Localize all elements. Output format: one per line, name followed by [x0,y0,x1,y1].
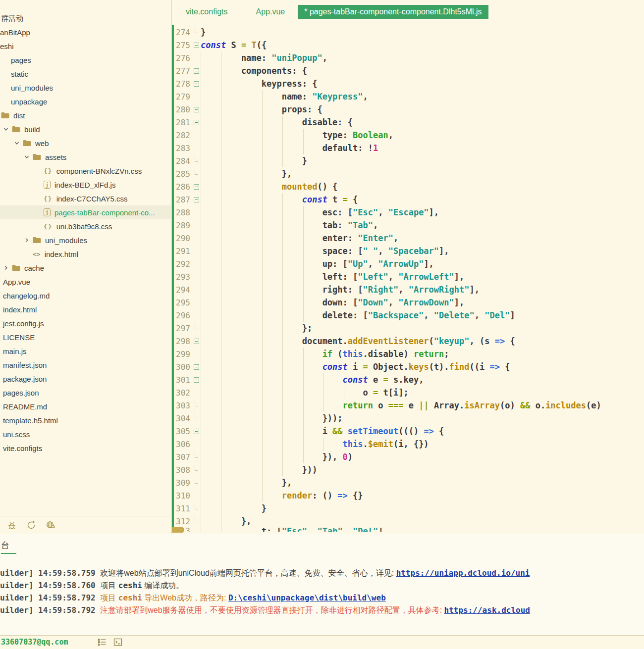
tree-item[interactable]: assets [0,150,171,164]
tree-item[interactable]: static [0,67,171,81]
fold-column [192,129,201,142]
run-export-icon[interactable] [26,520,37,531]
console-link[interactable]: D:\ceshi\unpackage\dist\build\web [228,593,386,602]
tree-item[interactable]: index.html [0,302,171,316]
chevron-down-icon[interactable] [24,154,30,160]
fold-toggle-icon[interactable] [194,429,199,434]
tree-item[interactable]: jindex-BED_xlFd.js [0,178,171,192]
tree-item[interactable]: App.vue [0,275,171,289]
terminal-icon[interactable] [113,638,122,647]
fold-toggle-icon[interactable] [194,184,199,190]
tree-item[interactable]: package.json [0,372,171,386]
tree-item[interactable]: unpackage [0,95,171,108]
tree-item[interactable]: vite.configts [0,441,171,455]
console-link[interactable]: https://uniapp.dcloud.io/uni [396,568,530,578]
tree-item[interactable]: jpages-tabBar-component-co... [0,205,171,219]
fold-toggle-icon[interactable] [194,43,199,48]
status-bar: 33607037@qq.com [0,635,644,648]
tree-item[interactable]: {}component-BNxlcZVn.css [0,164,171,178]
line-number: 298 [172,337,192,346]
tree-item[interactable]: dist [0,108,171,122]
fold-toggle-icon[interactable] [194,81,199,87]
tree-item-label: uni.scss [3,430,30,439]
tree-item[interactable]: {}index-C7CChAY5.css [0,192,171,205]
js-file-icon: j [44,208,51,216]
fold-extent-tick [195,503,198,509]
code-text: }, [241,516,251,526]
tree-item-label: jest.config.js [3,319,44,328]
indent-guides [201,232,322,245]
tree-item[interactable]: uni_modules [0,81,171,95]
bug-icon[interactable] [6,520,17,531]
chevron-right-icon[interactable] [3,265,9,271]
indent-guides [201,386,363,399]
tree-item-label: changelog.md [3,292,50,300]
tree-item[interactable]: {}uni.b3baf9c8.css [0,219,171,233]
tab-app-vue[interactable]: App.vue [256,7,285,16]
code-text: this.$emit(i, {}) [343,439,429,449]
tree-item[interactable]: pages [0,53,171,67]
fold-toggle-icon[interactable] [194,120,199,125]
line-number: 279 [172,92,192,101]
console-text: 导出Web成功，路径为: [142,594,228,602]
tree-item[interactable]: 群活动 [0,11,171,25]
line-number: 287 [172,195,192,204]
tree-item[interactable]: changelog.md [0,289,171,302]
tree-item-label: template.h5.html [3,416,58,425]
line-number: 293 [172,272,192,282]
fold-toggle-icon[interactable] [194,339,199,344]
tree-item[interactable]: cache [0,261,171,275]
fold-column [192,26,201,39]
line-number: 277 [172,66,192,76]
code-line: 277components: { [172,64,644,77]
console-tab[interactable]: 台 [1,540,16,554]
fold-toggle-icon[interactable] [194,364,199,370]
code-text: const t = { [302,195,358,204]
tree-item[interactable]: eshi [0,39,171,53]
tree-item[interactable]: main.js [0,344,171,358]
tree-item[interactable]: LICENSE [0,330,171,344]
tree-item[interactable]: web [0,136,171,150]
tree-item[interactable]: template.h5.html [0,413,171,427]
log-list-icon[interactable] [98,638,107,647]
fold-toggle-icon[interactable] [194,377,199,383]
tree-item[interactable]: uni.scss [0,427,171,441]
tab-vite-configts[interactable]: vite.configts [186,7,227,16]
code-text: return o === e || Array.isArray(o) && o.… [343,400,601,410]
tree-item[interactable]: uni_modules [0,233,171,247]
code-area[interactable]: 274}275const S = T({276name: "uniPopup",… [172,26,644,532]
tree-item[interactable]: anBitApp [0,25,171,39]
tree-item[interactable]: <>index.html [0,247,171,261]
tree-item[interactable]: jest.config.js [0,316,171,330]
account-email[interactable]: 33607037@qq.com [1,638,68,647]
code-text: }), 0) [322,452,353,462]
line-number: 300 [172,362,192,372]
indent-guides [201,360,322,373]
fold-toggle-icon[interactable] [194,197,199,202]
line-number: 309 [172,478,192,488]
chevron-right-icon[interactable] [24,237,30,243]
chevron-down-icon[interactable] [14,140,20,146]
code-line: 275const S = T({ [172,39,644,51]
console-text: 项目 [100,594,118,602]
chevron-down-icon[interactable] [3,126,9,132]
tree-item[interactable]: manifest.json [0,358,171,372]
indent-guides [201,438,343,450]
tree-item[interactable]: pages.json [0,386,171,399]
fold-toggle-icon[interactable] [194,68,199,74]
console-log-line: uilder] 14:59:58.792 注意请部署到web服务器使用，不要使用… [0,604,644,616]
tree-item-label: App.vue [3,278,30,286]
code-text: default: !1 [322,143,378,153]
line-number: 288 [172,208,192,217]
scrollbar-thumb[interactable] [172,527,183,533]
tab-pages-tabbar-component-js[interactable]: * pages-tabBar-component-component.Dlht5… [298,5,488,19]
fold-toggle-icon[interactable] [194,107,199,112]
code-line: 279name: "Keypress", [172,90,644,103]
horizontal-scrollbar[interactable] [172,527,644,534]
code-line: 298document.addEventListener("keyup", (s… [172,335,644,348]
tree-item[interactable]: README.md [0,399,171,413]
console-link[interactable]: https://ask.dcloud [444,605,530,615]
line-number: 281 [172,118,192,127]
tree-item[interactable]: build [0,122,171,136]
web-globe-icon[interactable] [45,520,56,531]
